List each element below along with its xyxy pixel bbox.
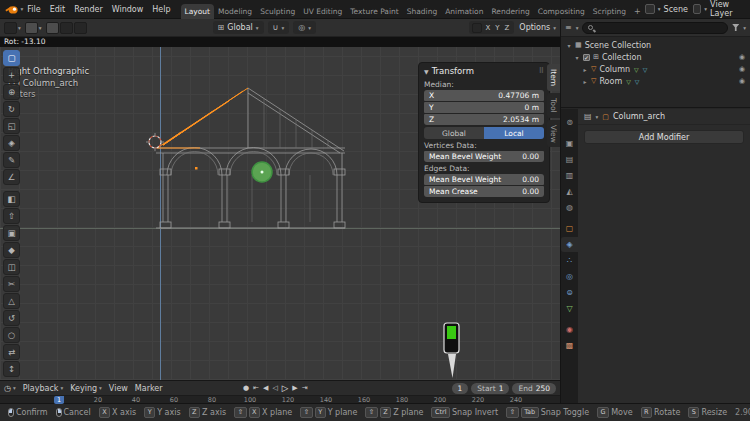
tab-particles[interactable]: ∴ [561, 253, 578, 268]
local-tab[interactable]: Local [484, 127, 544, 139]
scene-selector[interactable]: ▾ Scene [645, 4, 688, 14]
snap-dropdown[interactable]: ∪ ▾ [268, 21, 290, 34]
breadcrumb-caret-icon[interactable]: ▾ [596, 114, 599, 120]
tool-rotate[interactable]: ↻ [3, 101, 20, 117]
transform-orientation-dropdown[interactable]: ⊞ Global ▾ [213, 21, 264, 34]
tool-extrude-region[interactable]: ⇧ [3, 208, 20, 224]
tab-physics[interactable]: ◎ [561, 269, 578, 284]
tool-loop-cut[interactable]: ◫ [3, 259, 20, 275]
workspace-tab-scripting[interactable]: Scripting [589, 4, 630, 19]
blender-logo-icon[interactable] [5, 4, 19, 15]
menu-help[interactable]: Help [148, 4, 174, 15]
mirror-x-toggle[interactable]: X [483, 24, 492, 32]
disclosure-icon[interactable]: ▾ [566, 42, 572, 49]
viewport-3d[interactable]: Rot: -13.10 [0, 37, 560, 380]
disclosure-icon[interactable]: ▸ [582, 66, 588, 73]
mirror-y-toggle[interactable]: Y [493, 24, 501, 32]
tool-scale[interactable]: ◱ [3, 118, 20, 134]
mode-dropdown-icon[interactable] [25, 22, 38, 34]
tab-view-layer[interactable]: ▥ [561, 168, 578, 183]
selected-vertex[interactable] [195, 167, 198, 170]
workspace-tab-modeling[interactable]: Modeling [214, 4, 256, 19]
tool-edge-slide[interactable]: ⇄ [3, 344, 20, 360]
previous-keyframe-button[interactable]: ◀ [263, 384, 268, 392]
marker-menu[interactable]: Marker [135, 384, 163, 393]
workspace-tab-sculpting[interactable]: Sculpting [256, 4, 299, 19]
mode-caret-icon[interactable]: ▾ [39, 25, 42, 31]
frame-end-field[interactable]: End250 [512, 383, 556, 394]
current-frame-field[interactable]: 1 [452, 383, 469, 394]
edge-select-mode-button[interactable] [60, 22, 73, 34]
workspace-tab-compositing[interactable]: Compositing [534, 4, 589, 19]
tool-shrink-fatten[interactable]: ↕ [3, 361, 20, 377]
menu-file[interactable]: File [23, 4, 44, 15]
disclosure-icon[interactable]: ▸ [582, 78, 588, 85]
tool-poly-build[interactable]: △ [3, 293, 20, 309]
collection-checkbox[interactable]: ✓ [583, 54, 590, 61]
outliner-editor-icon[interactable]: ≡ [565, 23, 572, 32]
tab-output[interactable]: ▤ [561, 152, 578, 167]
next-keyframe-button[interactable]: ▶ [292, 384, 297, 392]
playhead-frame-label[interactable]: 1 [54, 396, 64, 404]
sidebar-tab-item[interactable]: Item [547, 64, 560, 91]
median-z-field[interactable]: Z2.0534 m [424, 114, 544, 125]
collapse-icon[interactable]: ▼ [424, 68, 429, 75]
panel-drag-icon[interactable]: ⠿ [539, 67, 544, 75]
tool-knife[interactable]: ✂ [3, 276, 20, 292]
tool-select-box[interactable]: ▢ [3, 50, 20, 66]
median-x-field[interactable]: X0.47706 m [424, 90, 544, 101]
tool-measure[interactable]: ∠ [3, 169, 20, 185]
sidebar-tab-tool[interactable]: Tool [547, 93, 560, 118]
transform-panel-header[interactable]: ▼ Transform ⠿ [424, 66, 544, 78]
menu-edit[interactable]: Edit [46, 4, 70, 15]
add-modifier-button[interactable]: Add Modifier [584, 130, 744, 144]
tab-object[interactable]: ▢ [561, 221, 578, 236]
playback-menu[interactable]: Playback▾ [23, 384, 63, 393]
global-tab[interactable]: Global [424, 127, 484, 139]
vertex-select-mode-button[interactable] [46, 22, 59, 34]
outliner-row-collection[interactable]: ▾ ✓ ⊞ Collection ◉ [561, 51, 750, 63]
sidebar-tab-view[interactable]: View [547, 120, 560, 148]
tab-object-data[interactable]: ▽ [561, 301, 578, 316]
view-layer-selector[interactable]: ▾ View Layer [693, 0, 745, 18]
hide-eye-icon[interactable]: ◉ [739, 65, 745, 73]
edge-bevel-weight-field[interactable]: Mean Bevel Weight0.00 [424, 174, 544, 185]
edge-crease-field[interactable]: Mean Crease0.00 [424, 186, 544, 197]
tool-smooth[interactable]: ○ [3, 327, 20, 343]
jump-to-start-button[interactable]: ⇤ [253, 384, 259, 392]
workspace-tab-uv-editing[interactable]: UV Editing [299, 4, 346, 19]
mirror-z-toggle[interactable]: Z [503, 24, 512, 32]
tab-scene[interactable]: ◭ [561, 184, 578, 199]
tool-spin[interactable]: ↺ [3, 310, 20, 326]
properties-editor-icon[interactable]: ▤ [584, 112, 592, 121]
median-y-field[interactable]: Y0 m [424, 102, 544, 113]
view-menu[interactable]: View [109, 384, 128, 393]
auto-key-button[interactable]: ● [243, 384, 249, 392]
workspace-tab-rendering[interactable]: Rendering [487, 4, 533, 19]
editor-type-caret-icon[interactable]: ▾ [18, 25, 21, 31]
tool-move[interactable]: ⊕ [3, 84, 20, 100]
tool-add-cube[interactable]: ◧ [3, 191, 20, 207]
workspace-tab-animation[interactable]: Animation [441, 4, 487, 19]
jump-to-end-button[interactable]: ⇥ [302, 384, 308, 392]
disclosure-icon[interactable]: ▾ [574, 54, 580, 61]
tab-world[interactable]: ◍ [561, 200, 578, 215]
tab-material[interactable]: ◉ [561, 322, 578, 337]
rotate-gizmo[interactable] [252, 162, 272, 182]
proportional-editing-dropdown[interactable]: ◎ ▾ [293, 21, 316, 34]
add-workspace-button[interactable]: + [630, 4, 645, 19]
keying-menu[interactable]: Keying▾ [70, 384, 102, 393]
timeline-editor-type[interactable]: ◷ ▾ [4, 384, 16, 393]
tool-bevel[interactable]: ◆ [3, 242, 20, 258]
tool-inset-faces[interactable]: ▣ [3, 225, 20, 241]
vertex-bevel-weight-field[interactable]: Mean Bevel Weight0.00 [424, 151, 544, 162]
timeline-ruler[interactable]: 1 0 20 40 60 80 100 120 140 160 180 200 … [0, 395, 560, 403]
tab-render[interactable]: ▣ [561, 136, 578, 151]
outliner-row-room[interactable]: ▸ ▽ Room ▽ ▽ ◉ [561, 75, 750, 87]
workspace-tab-layout[interactable]: Layout [181, 4, 215, 19]
outliner-editor-caret-icon[interactable]: ▾ [576, 25, 579, 31]
tab-texture[interactable]: ▩ [561, 338, 578, 353]
workspace-tab-texture-paint[interactable]: Texture Paint [346, 4, 402, 19]
editor-type-icon[interactable] [4, 22, 17, 34]
filter-icon[interactable] [732, 24, 739, 31]
